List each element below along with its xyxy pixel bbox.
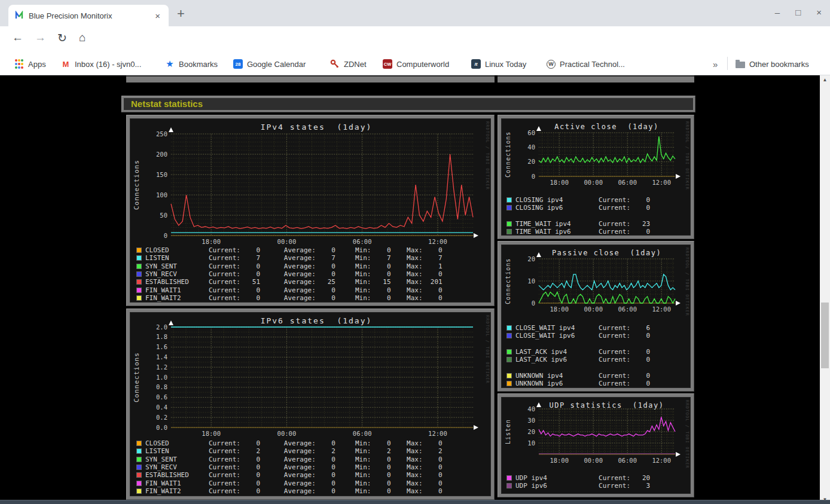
legend-swatch	[506, 229, 512, 234]
legend-row: ESTABLISHED Current: 51 Average: 25 Min:…	[136, 278, 443, 286]
bookmark-practical-technology[interactable]: W Practical Technol...	[547, 57, 625, 71]
svg-text:00:00: 00:00	[584, 306, 603, 313]
legend-swatch	[136, 441, 142, 446]
ipv4-states-legend: CLOSED Current: 0 Average: 0 Min: 0 Max:…	[136, 246, 443, 302]
bookmark-label: Google Calendar	[247, 60, 306, 69]
ipv4-states-graph[interactable]: IPv4 states (1day) Connections 050100150…	[130, 118, 491, 303]
monitorix-page: Netstat statistics IPv4 states (1day) Co…	[0, 75, 830, 504]
svg-text:12:00: 12:00	[428, 238, 447, 245]
bookmark-label: Apps	[28, 60, 46, 69]
scrollbar-thumb[interactable]	[821, 303, 829, 368]
zdnet-key-icon	[330, 59, 340, 69]
bookmark-other-bookmarks[interactable]: Other bookmarks	[736, 57, 809, 71]
legend-text: SYN_SENT Current: 0 Average: 0 Min: 0 Ma…	[145, 262, 443, 270]
forward-button[interactable]: →	[35, 31, 46, 44]
gmail-m-icon: M	[61, 59, 71, 69]
netstat-section-header: Netstat statistics	[121, 96, 695, 112]
legend-row: FIN_WAIT1 Current: 0 Average: 0 Min: 0 M…	[136, 479, 443, 487]
legend-text: UDP ipv6 Current: 3	[515, 482, 650, 490]
svg-text:40: 40	[527, 143, 535, 151]
vertical-scrollbar[interactable]: ▲ ▼	[820, 75, 830, 504]
legend-text: FIN_WAIT1 Current: 0 Average: 0 Min: 0 M…	[145, 479, 443, 487]
rrdtool-watermark: RRDTOOL / TOBI OETIKER	[685, 400, 689, 469]
legend-swatch	[506, 373, 512, 378]
legend-row: UDP ipv6 Current: 3	[506, 482, 650, 490]
active-close-frame: Active close (1day) Connections 02040601…	[498, 115, 694, 239]
svg-text:18:00: 18:00	[550, 306, 569, 313]
window-close-button[interactable]: ×	[816, 7, 822, 17]
legend-swatch	[506, 349, 512, 355]
ipv6-states-graph[interactable]: IPv6 states (1day) Connections 0.00.20.4…	[130, 312, 491, 496]
bookmark-label: Computerworld	[396, 60, 449, 69]
reload-button[interactable]: ↻	[57, 31, 67, 45]
svg-text:00:00: 00:00	[277, 430, 297, 437]
window-maximize-button[interactable]: □	[795, 7, 801, 17]
svg-text:0: 0	[164, 232, 167, 239]
scroll-up-arrow[interactable]: ▲	[820, 75, 830, 84]
svg-text:60: 60	[527, 129, 535, 136]
bookmark-linux-today[interactable]: lt Linux Today	[471, 57, 526, 71]
rrdtool-watermark: RRDTOOL / TOBI OETIKER	[485, 121, 490, 190]
new-tab-button[interactable]: +	[177, 6, 185, 22]
linux-today-icon: lt	[471, 59, 481, 69]
legend-swatch	[506, 483, 512, 488]
svg-text:1.2: 1.2	[156, 364, 167, 371]
bookmark-google-calendar[interactable]: 28 Google Calendar	[233, 57, 306, 71]
svg-text:1.8: 1.8	[156, 333, 167, 340]
legend-row: CLOSED Current: 0 Average: 0 Min: 0 Max:…	[136, 439, 443, 447]
svg-text:20: 20	[527, 158, 535, 165]
tab-strip: Blue Precision Monitorix × + – □ ×	[0, 0, 830, 26]
svg-text:0.8: 0.8	[156, 383, 167, 390]
svg-text:12:00: 12:00	[428, 430, 447, 437]
bookmarks-overflow-chevron[interactable]: »	[713, 57, 718, 71]
legend-swatch	[506, 221, 512, 227]
legend-text: UNKNOWN ipv6 Current: 0	[515, 380, 650, 387]
home-button[interactable]: ⌂	[79, 31, 86, 44]
bookmark-label: Bookmarks	[179, 60, 218, 69]
svg-text:20: 20	[527, 428, 535, 435]
udp-statistics-graph[interactable]: UDP statistics (1day) Listen 1020304018:…	[501, 397, 691, 494]
svg-text:12:00: 12:00	[652, 457, 671, 464]
legend-row: CLOSE_WAIT ipv6 Current: 0	[506, 332, 650, 340]
active-close-legend: CLOSING ipv4 Current: 0CLOSING ipv6 Curr…	[506, 196, 650, 236]
svg-text:00:00: 00:00	[584, 457, 603, 464]
bookmark-bookmarks[interactable]: ★ Bookmarks	[165, 57, 218, 71]
browser-tab[interactable]: Blue Precision Monitorix ×	[8, 5, 169, 26]
folder-icon	[736, 62, 745, 68]
bookmarks-divider	[727, 57, 728, 70]
bookmark-apps[interactable]: Apps	[14, 57, 46, 71]
tab-close-icon[interactable]: ×	[152, 11, 163, 21]
legend-swatch	[506, 205, 512, 210]
window-minimize-button[interactable]: –	[775, 7, 780, 17]
previous-section-fragment-left	[126, 75, 495, 83]
legend-text: LISTEN Current: 7 Average: 7 Min: 7 Max:…	[145, 254, 443, 262]
active-close-graph[interactable]: Active close (1day) Connections 02040601…	[501, 118, 691, 236]
legend-row: FIN_WAIT1 Current: 0 Average: 0 Min: 0 M…	[136, 286, 443, 294]
passive-close-frame: Passive close (1day) Connections 0102018…	[498, 241, 694, 392]
legend-swatch	[136, 472, 142, 478]
bookmark-inbox[interactable]: M Inbox (16) - sjvn0...	[61, 57, 141, 71]
legend-swatch	[136, 481, 142, 486]
passive-close-graph[interactable]: Passive close (1day) Connections 0102018…	[501, 245, 691, 388]
bookmark-zdnet[interactable]: ZDNet	[330, 57, 367, 71]
bookmark-computerworld[interactable]: CW Computerworld	[383, 57, 449, 71]
svg-text:250: 250	[156, 130, 167, 138]
legend-text: CLOSING ipv4 Current: 0	[515, 196, 650, 204]
legend-row: SYN_RECV Current: 0 Average: 0 Min: 0 Ma…	[136, 463, 443, 471]
apps-grid-icon	[14, 59, 24, 69]
svg-text:150: 150	[156, 171, 167, 178]
svg-text:1.4: 1.4	[156, 353, 167, 361]
svg-text:50: 50	[160, 212, 167, 219]
svg-text:1.6: 1.6	[156, 343, 167, 350]
svg-text:00:00: 00:00	[584, 179, 603, 186]
legend-text: CLOSING ipv6 Current: 0	[515, 204, 650, 212]
legend-row	[506, 212, 650, 220]
svg-text:40: 40	[527, 405, 535, 413]
legend-text: CLOSE_WAIT ipv4 Current: 6	[515, 324, 650, 332]
legend-text: SYN_RECV Current: 0 Average: 0 Min: 0 Ma…	[145, 463, 443, 471]
svg-text:20: 20	[527, 255, 535, 262]
back-button[interactable]: ←	[12, 31, 23, 44]
svg-text:06:00: 06:00	[618, 306, 637, 313]
blue-star-icon: ★	[165, 59, 175, 69]
legend-text: FIN_WAIT2 Current: 0 Average: 0 Min: 0 M…	[145, 487, 443, 495]
